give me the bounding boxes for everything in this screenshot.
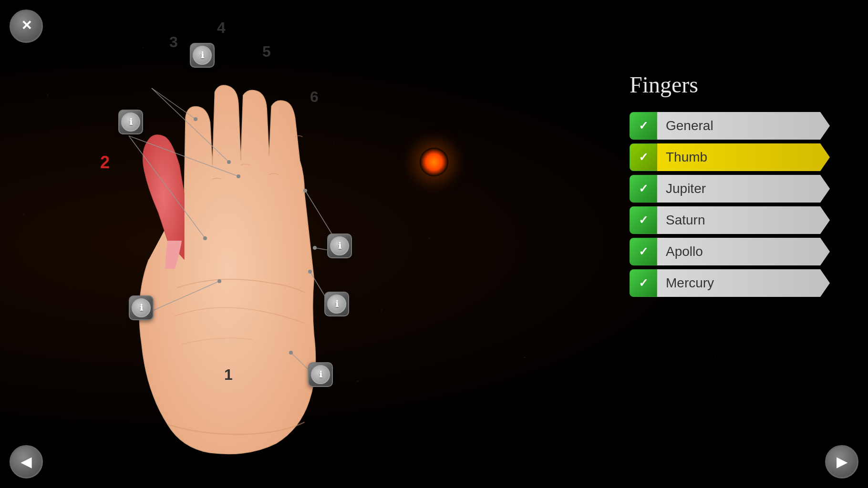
menu-item-saturn[interactable]: ✓ Saturn xyxy=(630,206,830,234)
close-icon: ✕ xyxy=(21,19,32,32)
finger-number-6: 6 xyxy=(310,88,319,106)
label-jupiter: Jupiter xyxy=(657,175,830,203)
info-button-wrist[interactable] xyxy=(308,362,333,387)
finger-number-5: 5 xyxy=(262,43,271,61)
check-apollo: ✓ xyxy=(630,238,657,265)
prev-arrow-icon: ◀ xyxy=(21,454,31,470)
finger-number-2: 2 xyxy=(100,152,110,173)
menu-item-mercury[interactable]: ✓ Mercury xyxy=(630,269,830,297)
check-general: ✓ xyxy=(630,112,657,140)
finger-number-3: 3 xyxy=(169,33,178,51)
label-general: General xyxy=(657,112,830,140)
check-mercury: ✓ xyxy=(630,269,657,297)
next-button[interactable]: ▶ xyxy=(825,445,858,478)
checkmark-jupiter: ✓ xyxy=(639,182,648,195)
info-button-mid-right[interactable] xyxy=(327,234,352,258)
checkmark-saturn: ✓ xyxy=(639,214,648,227)
label-apollo: Apollo xyxy=(657,238,830,265)
label-saturn: Saturn xyxy=(657,206,830,234)
check-jupiter: ✓ xyxy=(630,175,657,203)
finger-number-1: 1 xyxy=(224,366,233,384)
check-saturn: ✓ xyxy=(630,206,657,234)
panel-title: Fingers xyxy=(630,71,830,98)
checkmark-mercury: ✓ xyxy=(639,276,648,290)
menu-item-general[interactable]: ✓ General xyxy=(630,112,830,140)
label-mercury: Mercury xyxy=(657,269,830,297)
checkmark-thumb: ✓ xyxy=(639,151,648,164)
hand-area: 1 2 3 4 5 6 xyxy=(72,14,396,458)
prev-button[interactable]: ◀ xyxy=(10,445,43,478)
check-thumb: ✓ xyxy=(630,143,657,171)
menu-item-jupiter[interactable]: ✓ Jupiter xyxy=(630,175,830,203)
checkmark-apollo: ✓ xyxy=(639,245,648,258)
info-button-bottom-left[interactable] xyxy=(129,295,154,320)
info-button-bottom-right[interactable] xyxy=(324,292,349,316)
info-button-top-center[interactable] xyxy=(190,43,215,68)
checkmark-general: ✓ xyxy=(639,119,648,132)
menu-item-thumb[interactable]: ✓ Thumb xyxy=(630,143,830,171)
label-thumb: Thumb xyxy=(657,143,830,171)
finger-number-4: 4 xyxy=(217,19,226,37)
glow-orb xyxy=(420,148,448,176)
next-arrow-icon: ▶ xyxy=(837,454,847,470)
right-panel: Fingers ✓ General ✓ Thumb ✓ Jupiter ✓ Sa… xyxy=(630,71,830,301)
close-button[interactable]: ✕ xyxy=(10,10,43,43)
menu-item-apollo[interactable]: ✓ Apollo xyxy=(630,238,830,265)
info-button-mid-left[interactable] xyxy=(118,110,143,134)
